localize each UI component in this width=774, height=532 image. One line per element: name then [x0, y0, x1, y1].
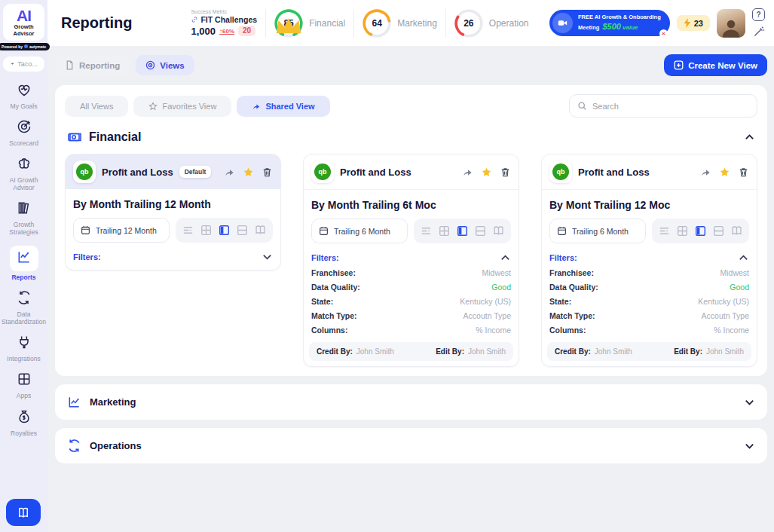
tab-reporting[interactable]: Reporting: [55, 55, 130, 75]
view-mode-group: [652, 219, 749, 243]
docs-book-button[interactable]: [6, 499, 41, 526]
success-metric: Success Metric FIT Challenges 1,000 ↑60%…: [191, 9, 257, 38]
layout-columns-icon[interactable]: [457, 225, 468, 237]
layout-rows-icon[interactable]: [475, 225, 486, 237]
sidebar-item-label: My Goals: [11, 102, 38, 110]
page-title: Reporting: [61, 14, 132, 32]
sidebar-item-reports[interactable]: Reports: [2, 246, 47, 281]
sidebar-item-my-goals[interactable]: My Goals: [2, 82, 47, 110]
magic-wand-icon[interactable]: [753, 26, 765, 38]
sidebar-item-integrations[interactable]: Integrations: [2, 335, 47, 362]
layout-rows-icon[interactable]: [713, 225, 724, 237]
energy-badge[interactable]: 23: [677, 15, 710, 31]
default-badge: Default: [179, 166, 212, 178]
account-selector[interactable]: Taco...: [3, 57, 44, 72]
card-subtitle: By Month Trailing 12 Month: [73, 198, 273, 210]
layout-columns-icon[interactable]: [695, 225, 706, 237]
filters-toggle[interactable]: Filters:: [549, 253, 577, 262]
favorite-star-icon[interactable]: [243, 167, 254, 178]
content-area: Reporting Views Create New View All View…: [47, 47, 774, 532]
plus-square-icon: [674, 60, 684, 70]
filters-toggle[interactable]: Filters:: [311, 253, 339, 262]
user-avatar[interactable]: [717, 9, 745, 38]
document-icon: [65, 60, 75, 70]
sidebar-item-label: Reports: [11, 274, 35, 281]
layout-columns-icon[interactable]: [219, 225, 230, 236]
sidebar-item-royalties[interactable]: Royalties: [2, 409, 47, 437]
favorite-star-icon[interactable]: [481, 167, 492, 178]
cash-icon: [67, 130, 82, 145]
success-metric-name[interactable]: FIT Challenges: [200, 15, 257, 25]
date-range-select[interactable]: Trailing 12 Month: [73, 218, 170, 243]
share-icon[interactable]: [462, 167, 473, 178]
expand-operations-button[interactable]: [744, 440, 755, 451]
sidebar-item-scorecard[interactable]: Scorecard: [2, 119, 47, 147]
filter-row: Data Quality: Good: [311, 283, 511, 292]
powered-by-label: Powered by: [2, 44, 23, 49]
sidebar-item-apps[interactable]: Apps: [2, 371, 47, 399]
success-metric-badge: 20: [238, 26, 255, 36]
filters-expand-button[interactable]: [262, 251, 273, 262]
layout-grid-icon[interactable]: [439, 225, 450, 237]
promo-price: $500: [602, 22, 620, 31]
section-financial-header[interactable]: Financial: [67, 130, 755, 145]
logo-name-line1: Growth: [5, 24, 43, 30]
sidebar-nav: My Goals Scorecard AI Growth Advisor Gro…: [2, 82, 45, 446]
gauge-financial[interactable]: 85 Financial: [274, 9, 345, 38]
filter-row: Match Type: Accoutn Type: [549, 311, 749, 320]
layout-rows-icon[interactable]: [237, 225, 248, 236]
grid-icon: [17, 371, 32, 390]
trash-icon[interactable]: [738, 167, 749, 178]
layout-grid-icon[interactable]: [200, 225, 212, 236]
expand-marketing-button[interactable]: [744, 396, 755, 408]
gauge-operation[interactable]: 26 Operation: [454, 9, 529, 38]
subtab-favorites-view[interactable]: Favorites View: [133, 96, 231, 117]
gauge-marketing[interactable]: 64 Marketing: [363, 9, 437, 38]
search-box: [569, 94, 757, 118]
date-range-select[interactable]: Trailing 6 Month: [311, 219, 408, 243]
date-range-select[interactable]: Trailing 6 Month: [549, 219, 646, 243]
view-filter-row: All Views Favorites View Shared View: [65, 94, 757, 118]
person-silhouette-icon: [720, 17, 742, 38]
layout-book-icon[interactable]: [493, 225, 504, 237]
trash-icon[interactable]: [262, 167, 273, 178]
sidebar-item-growth-strategies[interactable]: Growth Strategies: [2, 200, 47, 236]
filters-toggle[interactable]: Filters:: [73, 252, 101, 261]
help-icon[interactable]: ?: [752, 8, 765, 21]
view-mode-group: [414, 219, 511, 243]
layout-dense-icon[interactable]: [182, 225, 194, 236]
subtab-shared-view[interactable]: Shared View: [237, 96, 329, 117]
tab-views[interactable]: Views: [136, 55, 194, 75]
favorite-star-icon[interactable]: [719, 167, 730, 178]
logo-ai-text: AI: [5, 8, 43, 23]
filter-row: Franchisee: Midwest: [311, 268, 511, 277]
layout-dense-icon[interactable]: [421, 225, 432, 237]
sidebar-item-data-standardization[interactable]: Data Standardization: [2, 290, 47, 326]
filters-collapse-button[interactable]: [738, 252, 749, 263]
section-operations[interactable]: Operations: [55, 428, 767, 463]
eye-icon: [145, 60, 155, 70]
layout-book-icon[interactable]: [731, 225, 742, 237]
search-input[interactable]: [592, 102, 749, 111]
section-marketing[interactable]: Marketing: [55, 384, 767, 420]
share-icon[interactable]: [700, 167, 711, 178]
gauge-label: Financial: [309, 18, 345, 29]
layout-grid-icon[interactable]: [677, 225, 688, 237]
layout-dense-icon[interactable]: [659, 225, 670, 237]
powered-brand-label: autymate: [29, 44, 46, 49]
sidebar-item-ai-growth-advisor[interactable]: AI Growth Advisor: [2, 156, 47, 191]
filter-row: Columns: % Income: [311, 326, 511, 335]
open-book-icon: [17, 506, 30, 519]
promo-banner[interactable]: FREE AI Growth & Onboarding Meeting $500…: [549, 10, 670, 36]
account-selector-label: Taco...: [17, 60, 38, 68]
layout-book-icon[interactable]: [255, 225, 266, 236]
trash-icon[interactable]: [500, 167, 511, 178]
share-icon[interactable]: [224, 167, 235, 178]
filters-collapse-button[interactable]: [500, 252, 511, 263]
sidebar-item-label: Royalties: [11, 430, 37, 437]
create-new-view-button[interactable]: Create New View: [664, 54, 767, 76]
promo-close-icon[interactable]: ×: [659, 29, 668, 38]
credit-bar: Credit By: John Smith Edit By: John Smit…: [547, 342, 751, 361]
collapse-financial-button[interactable]: [744, 132, 755, 143]
subtab-all-views[interactable]: All Views: [65, 96, 128, 117]
